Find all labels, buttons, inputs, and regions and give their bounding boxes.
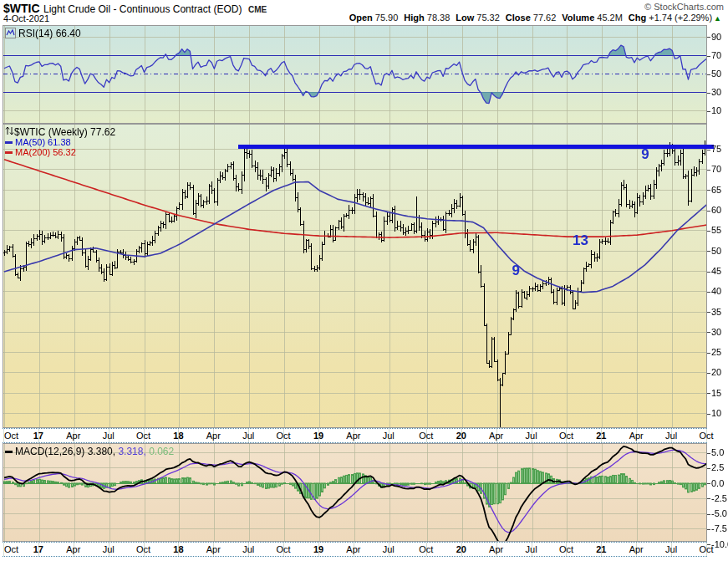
macd-hist-value: 0.062 bbox=[149, 446, 174, 457]
price-legend: $WTIC (Weekly) 77.62 MA(50) 61.38 MA(200… bbox=[5, 126, 115, 157]
copyright-label: © StockCharts.com bbox=[644, 2, 724, 12]
x-tick-label: 19 bbox=[313, 544, 323, 554]
y-tick-label: 25 bbox=[707, 347, 721, 357]
y-tick-label: 45 bbox=[707, 266, 721, 276]
x-tick-label: Oct bbox=[277, 544, 291, 554]
y-tick-label: 70 bbox=[707, 164, 721, 174]
quote-value: 45.2M bbox=[597, 13, 623, 23]
y-tick-label: 30 bbox=[707, 327, 721, 337]
x-tick-label: 20 bbox=[456, 544, 466, 554]
x-axis-strip-top: Oct17AprJulOct18AprJulOct19AprJulOct20Ap… bbox=[3, 428, 707, 443]
x-tick-label: Oct bbox=[277, 431, 291, 441]
quote-label: Chg bbox=[629, 13, 646, 23]
x-tick-label: 18 bbox=[173, 431, 183, 441]
macd-legend-label: MACD(12,26,9) 3.380, bbox=[15, 446, 115, 457]
y-tick-label: 10 bbox=[707, 105, 721, 115]
x-tick-label: Oct bbox=[419, 431, 433, 441]
y-tick-label: -10.0 bbox=[707, 539, 728, 549]
y-tick-label: -2.5 bbox=[707, 493, 727, 503]
price-bars-icon bbox=[5, 126, 14, 135]
quote-value: 75.90 bbox=[375, 13, 399, 23]
x-tick-label: Jul bbox=[665, 431, 677, 441]
x-tick-label: Apr bbox=[346, 431, 360, 441]
y-tick-label: 40 bbox=[707, 286, 721, 296]
quote-value: 77.62 bbox=[533, 13, 557, 23]
y-tick-label: 5.0 bbox=[707, 447, 724, 457]
quote-value: 78.38 bbox=[427, 13, 451, 23]
x-tick-label: Apr bbox=[346, 544, 360, 554]
macd-chart-canvas bbox=[3, 444, 706, 541]
x-tick-label: Oct bbox=[559, 544, 573, 554]
rsi-legend: RSI(14) 66.40 bbox=[5, 28, 81, 39]
x-tick-label: Jul bbox=[103, 431, 115, 441]
x-tick-label: 20 bbox=[456, 431, 466, 441]
ma200-legend-row: MA(200) 56.32 bbox=[5, 147, 115, 157]
x-tick-label: Apr bbox=[489, 544, 503, 554]
quote-value: +1.74 (+2.29%) bbox=[649, 13, 712, 23]
change-up-arrow-icon: ▲ bbox=[714, 14, 721, 23]
y-tick-label: 20 bbox=[707, 367, 721, 377]
x-tick-label: Oct bbox=[4, 431, 18, 441]
x-tick-label: 17 bbox=[33, 431, 43, 441]
x-tick-label: Jul bbox=[526, 544, 537, 554]
macd-legend: MACD(12,26,9) 3.380, 3.318, 0.062 bbox=[5, 446, 174, 457]
rsi-chart-canvas bbox=[3, 26, 706, 123]
x-tick-label: Oct bbox=[419, 544, 433, 554]
wave-count-annotation: 13 bbox=[573, 232, 588, 249]
x-axis-strip-bottom: Oct17AprJulOct18AprJulOct19AprJulOct20Ap… bbox=[3, 542, 707, 557]
stock-chart: $WTIC Light Crude Oil - Continuous Contr… bbox=[0, 0, 728, 561]
chart-date: 4-Oct-2021 bbox=[3, 13, 49, 23]
exchange-label: CME bbox=[248, 5, 267, 14]
quote-label: High bbox=[404, 13, 424, 23]
x-tick-label: Apr bbox=[66, 431, 80, 441]
y-tick-label: 50 bbox=[707, 246, 721, 256]
wave-count-annotation: 9 bbox=[512, 263, 519, 279]
x-tick-label: Jul bbox=[103, 544, 115, 554]
quote-summary: Open75.90High78.38Low75.32Close77.62Volu… bbox=[344, 13, 721, 23]
ma50-legend-label: MA(50) 61.38 bbox=[15, 137, 71, 147]
y-tick-label: 15 bbox=[707, 388, 721, 398]
quote-label: Close bbox=[506, 13, 531, 23]
symbol-legend-label: $WTIC (Weekly) 77.62 bbox=[14, 126, 115, 138]
quote-label: Volume bbox=[562, 13, 594, 23]
ma50-legend-row: MA(50) 61.38 bbox=[5, 137, 115, 147]
y-tick-label: -5.0 bbox=[707, 508, 727, 518]
macd-line-swatch-icon bbox=[5, 451, 13, 453]
x-tick-label: Jul bbox=[526, 431, 537, 441]
x-tick-label: Jul bbox=[383, 431, 395, 441]
y-tick-label: 30 bbox=[707, 87, 721, 97]
macd-signal-value: 3.318, bbox=[118, 446, 145, 457]
y-tick-label: 50 bbox=[707, 69, 721, 79]
x-tick-label: Oct bbox=[136, 544, 150, 554]
y-tick-label: 55 bbox=[707, 225, 721, 235]
x-tick-label: Apr bbox=[629, 431, 644, 441]
wave-count-annotation: 9 bbox=[641, 146, 649, 163]
x-tick-label: Jul bbox=[665, 544, 677, 554]
ma200-legend-label: MA(200) 56.32 bbox=[15, 147, 76, 157]
x-tick-label: Jul bbox=[242, 431, 254, 441]
y-tick-label: 75 bbox=[707, 144, 721, 154]
x-tick-label: Apr bbox=[489, 431, 503, 441]
y-tick-label: 2.5 bbox=[707, 462, 724, 472]
y-tick-label: 90 bbox=[707, 32, 721, 42]
x-tick-label: Jul bbox=[242, 544, 254, 554]
y-tick-label: -7.5 bbox=[707, 523, 727, 533]
x-tick-label: Oct bbox=[4, 544, 18, 554]
x-tick-label: 21 bbox=[596, 544, 606, 554]
x-tick-label: Oct bbox=[136, 431, 150, 441]
quote-label: Open bbox=[349, 13, 373, 23]
y-tick-label: 10 bbox=[707, 408, 721, 418]
x-tick-label: Jul bbox=[383, 544, 395, 554]
rsi-legend-label: RSI(14) 66.40 bbox=[18, 28, 81, 39]
x-tick-label: Apr bbox=[206, 431, 221, 441]
symbol-legend-row: $WTIC (Weekly) 77.62 bbox=[5, 126, 115, 137]
price-panel bbox=[3, 124, 707, 428]
price-chart-canvas bbox=[3, 125, 706, 427]
rsi-indicator-icon bbox=[5, 28, 16, 38]
y-tick-label: 70 bbox=[707, 50, 721, 60]
x-tick-label: Oct bbox=[559, 431, 573, 441]
quote-label: Low bbox=[456, 13, 474, 23]
x-tick-label: 21 bbox=[596, 431, 606, 441]
y-tick-label: 65 bbox=[707, 185, 721, 195]
ma50-swatch-icon bbox=[5, 141, 13, 144]
